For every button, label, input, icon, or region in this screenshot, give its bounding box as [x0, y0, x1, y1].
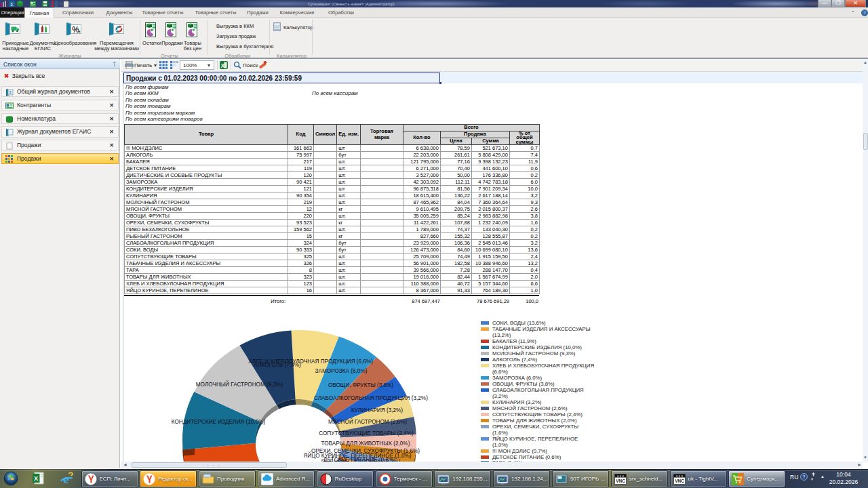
- svg-text:Σ: Σ: [10, 1, 14, 7]
- svg-text:?: ?: [863, 10, 865, 15]
- svg-text:%: %: [72, 25, 79, 35]
- svg-text:VNC: VNC: [675, 479, 684, 483]
- svg-text:?: ?: [803, 474, 806, 479]
- svg-text:VNC: VNC: [616, 479, 625, 483]
- svg-text:✦✦✦: ✦✦✦: [616, 474, 625, 478]
- svg-text:✦✦✦: ✦✦✦: [675, 474, 684, 478]
- svg-text:Σ: Σ: [9, 89, 12, 94]
- svg-text:X: X: [34, 474, 39, 482]
- svg-text:X: X: [220, 62, 224, 69]
